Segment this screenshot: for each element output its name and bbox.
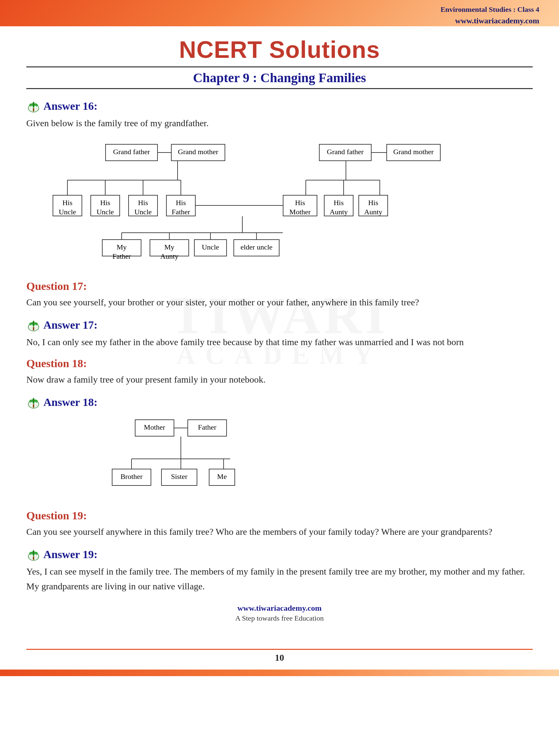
svg-rect-27 xyxy=(33,327,34,330)
question19-heading: Question 19: xyxy=(26,509,533,522)
chapter-title: Chapter 9 : Changing Families xyxy=(26,66,533,89)
question19-text: Can you see yourself anywhere in this fa… xyxy=(26,525,533,540)
main-content: TIWARI ACADEMY NCERT Solutions Chapter 9… xyxy=(0,26,559,642)
question18-heading: Question 18: xyxy=(26,357,533,370)
question18-text: Now draw a family tree of your present f… xyxy=(26,372,533,387)
node-grandmother2: Grand mother xyxy=(386,144,441,161)
node-his-father: HisFather xyxy=(166,195,196,216)
node-grandfather1: Grand father xyxy=(105,144,158,161)
svg-rect-31 xyxy=(33,404,34,408)
tiwari-logo-icon3 xyxy=(26,395,41,410)
question17-heading: Question 17: xyxy=(26,280,533,293)
answer19-text: Yes, I can see myself in the family tree… xyxy=(26,564,533,594)
node-my-father: My Father xyxy=(102,239,141,256)
question17-text: Can you see yourself, your brother or yo… xyxy=(26,295,533,310)
answer17-text: No, I can only see my father in the abov… xyxy=(26,335,533,350)
node-his-mother: HisMother xyxy=(283,195,317,216)
node-his-aunty1: HisAunty xyxy=(324,195,354,216)
tiwari-logo-icon2 xyxy=(26,318,41,332)
tiwari-logo-icon xyxy=(26,99,41,113)
node-elder-uncle: elder uncle xyxy=(233,239,280,256)
answer16-label: Answer 16: xyxy=(43,100,98,112)
header-text: Environmental Studies : Class 4 www.tiwa… xyxy=(441,4,539,27)
footer-tagline: A Step towards free Education xyxy=(26,614,533,622)
node-brother: Brother xyxy=(112,469,151,486)
bottom-bar xyxy=(0,669,559,676)
node-sister: Sister xyxy=(161,469,197,486)
answer19-label: Answer 19: xyxy=(43,548,98,561)
svg-rect-41 xyxy=(33,556,34,560)
answer16-intro: Given below is the family tree of my gra… xyxy=(26,116,533,131)
answer18-label: Answer 18: xyxy=(43,396,98,409)
node-grandfather2: Grand father xyxy=(319,144,372,161)
node-me: Me xyxy=(209,469,235,486)
footer-website: www.tiwariacademy.com xyxy=(26,604,533,613)
answer17-label: Answer 17: xyxy=(43,319,98,331)
answer18-heading: Answer 18: xyxy=(26,395,533,410)
node-his-uncle3: HisUncle xyxy=(128,195,158,216)
family-tree-2: Mother Father Brother Sister Me xyxy=(92,413,289,502)
answer17-heading: Answer 17: xyxy=(26,318,533,332)
answer19-heading: Answer 19: xyxy=(26,547,533,562)
answer16-heading: Answer 16: xyxy=(26,99,533,113)
node-his-uncle1: HisUncle xyxy=(52,195,82,216)
node-his-uncle2: HisUncle xyxy=(90,195,120,216)
node-grandmother1: Grand mother xyxy=(171,144,225,161)
footer-divider xyxy=(26,649,533,650)
page-number: 10 xyxy=(0,652,559,663)
subject-label: Environmental Studies : Class 4 xyxy=(441,4,539,15)
node-uncle: Uncle xyxy=(194,239,227,256)
node-his-aunty2: HisAunty xyxy=(358,195,388,216)
tiwari-logo-icon4 xyxy=(26,547,41,562)
top-header: Environmental Studies : Class 4 www.tiwa… xyxy=(0,0,559,26)
node-father: Father xyxy=(187,419,227,436)
website-label: www.tiwariacademy.com xyxy=(441,15,539,27)
svg-rect-3 xyxy=(33,108,34,111)
page-title: NCERT Solutions xyxy=(26,36,533,63)
family-tree-1: Grand father Grand mother Grand father G… xyxy=(33,134,526,272)
node-my-aunty: My Aunty xyxy=(150,239,189,256)
node-mother: Mother xyxy=(135,419,174,436)
